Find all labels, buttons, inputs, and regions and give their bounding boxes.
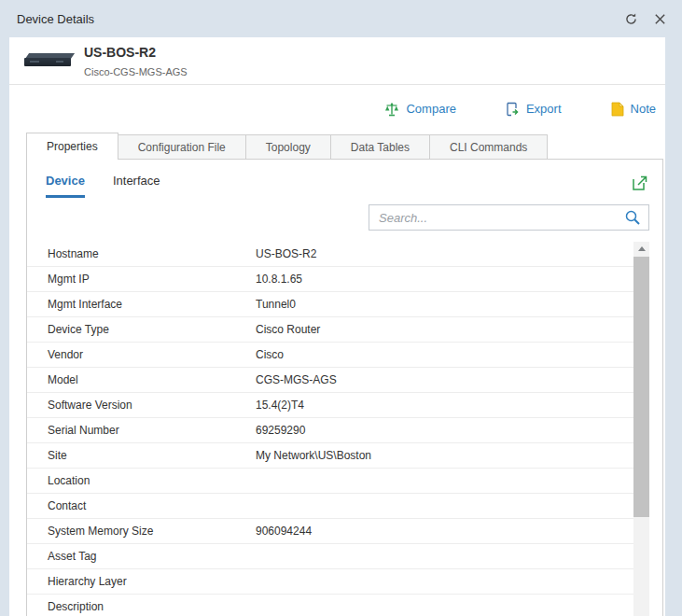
export-button[interactable]: Export — [505, 102, 562, 117]
dialog-title: Device Details — [17, 12, 624, 26]
export-label: Export — [526, 102, 562, 116]
table-row: Device TypeCisco Router — [27, 317, 633, 343]
table-row: VendorCisco — [27, 343, 633, 368]
subtab-device[interactable]: Device — [46, 174, 85, 198]
scrollbar-thumb[interactable] — [633, 257, 649, 517]
table-row: HostnameUS-BOS-R2 — [27, 242, 633, 267]
property-label: Mgmt IP — [27, 273, 256, 286]
property-label: Vendor — [27, 348, 256, 361]
property-value: Tunnel0 — [256, 298, 633, 311]
table-row: System Memory Size906094244 — [27, 519, 633, 544]
actions-toolbar: Compare Export Note — [9, 85, 665, 133]
export-document-icon — [505, 102, 520, 117]
table-row: Mgmt IP10.8.1.65 — [27, 267, 633, 292]
search-box — [369, 204, 649, 231]
refresh-icon[interactable] — [624, 12, 638, 26]
property-label: Location — [27, 474, 256, 487]
device-details-panel: US-BOS-R2 Cisco-CGS-MGS-AGS Compare Expo… — [9, 37, 665, 616]
property-label: Description — [27, 600, 256, 613]
property-label: Device Type — [27, 323, 256, 336]
table-row: Hierarchy Layer — [27, 569, 633, 595]
subtab-row: DeviceInterface — [27, 160, 662, 198]
balance-scale-icon — [384, 102, 399, 117]
table-row: Serial Number69259290 — [27, 418, 633, 443]
tab-bar: PropertiesConfiguration FileTopologyData… — [26, 133, 548, 160]
table-row: Asset Tag — [27, 544, 633, 569]
properties-tab-content: DeviceInterface HostnameUS-BOS-R2Mgmt IP… — [26, 159, 663, 616]
dialog-titlebar: Device Details — [0, 0, 682, 37]
note-label: Note — [631, 102, 656, 116]
compare-label: Compare — [406, 102, 455, 116]
tab-cli-commands[interactable]: CLI Commands — [430, 134, 548, 160]
compare-button[interactable]: Compare — [384, 102, 455, 117]
property-value: 906094244 — [256, 525, 633, 538]
property-value: Cisco — [256, 348, 633, 361]
tab-topology[interactable]: Topology — [246, 134, 331, 160]
tab-properties[interactable]: Properties — [26, 133, 118, 160]
properties-table-region: HostnameUS-BOS-R2Mgmt IP10.8.1.65Mgmt In… — [27, 242, 649, 616]
property-label: Mgmt Interface — [27, 298, 256, 311]
property-label: Model — [27, 373, 256, 386]
property-label: Serial Number — [27, 424, 256, 437]
close-icon[interactable] — [653, 12, 667, 26]
property-value: US-BOS-R2 — [256, 247, 633, 260]
property-label: Hierarchy Layer — [27, 575, 256, 588]
table-row: Software Version15.4(2)T4 — [27, 393, 633, 418]
property-value: My Network\US\Boston — [256, 449, 633, 462]
property-label: Site — [27, 449, 256, 462]
search-row — [27, 198, 662, 231]
open-in-new-window-icon[interactable] — [631, 174, 649, 192]
property-value: CGS-MGS-AGS — [256, 373, 633, 386]
table-row: Mgmt InterfaceTunnel0 — [27, 292, 633, 317]
property-value: 10.8.1.65 — [256, 273, 633, 286]
tab-data-tables[interactable]: Data Tables — [331, 134, 430, 160]
scrollbar-up-arrow-icon[interactable] — [633, 242, 649, 256]
property-value: 15.4(2)T4 — [256, 399, 633, 412]
property-label: Contact — [27, 499, 256, 512]
subtab-interface[interactable]: Interface — [113, 174, 160, 198]
device-model: Cisco-CGS-MGS-AGS — [84, 66, 188, 77]
table-row: ModelCGS-MGS-AGS — [27, 368, 633, 393]
property-label: Asset Tag — [27, 550, 256, 563]
properties-table: HostnameUS-BOS-R2Mgmt IP10.8.1.65Mgmt In… — [27, 242, 633, 616]
device-thumbnail-image — [24, 53, 73, 68]
yellow-note-icon — [610, 102, 624, 117]
property-value: Cisco Router — [256, 323, 633, 336]
search-icon[interactable] — [624, 209, 641, 226]
property-label: Software Version — [27, 399, 256, 412]
property-value: 69259290 — [256, 424, 633, 437]
property-label: System Memory Size — [27, 525, 256, 538]
vertical-scrollbar[interactable] — [633, 242, 649, 616]
table-row: Contact — [27, 494, 633, 519]
note-button[interactable]: Note — [610, 102, 656, 117]
property-label: Hostname — [27, 247, 256, 260]
device-name: US-BOS-R2 — [84, 45, 188, 60]
table-row: Location — [27, 469, 633, 494]
table-row: SiteMy Network\US\Boston — [27, 443, 633, 469]
device-header: US-BOS-R2 Cisco-CGS-MGS-AGS — [9, 37, 665, 85]
tab-configuration-file[interactable]: Configuration File — [118, 134, 246, 160]
table-row: Description — [27, 595, 633, 616]
search-input[interactable] — [379, 211, 624, 225]
